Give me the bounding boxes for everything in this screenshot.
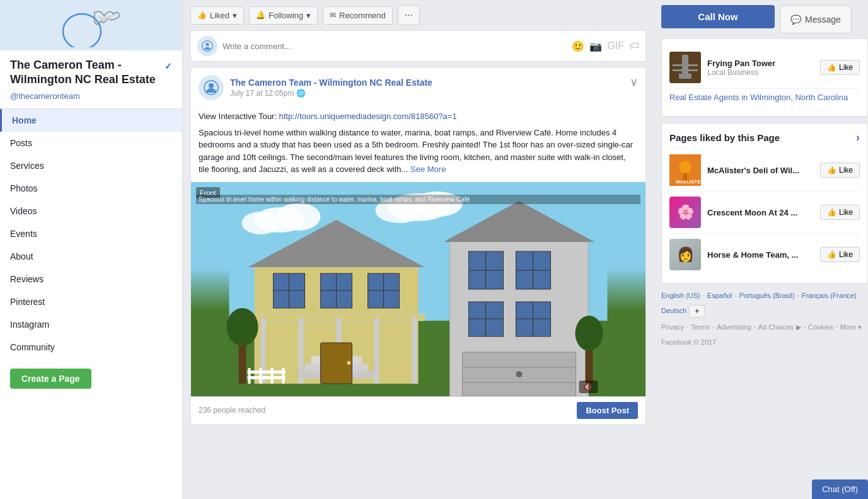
- message-button[interactable]: 💬 Message: [780, 5, 852, 33]
- post-image[interactable]: Front Spacious tri-level home within wal…: [191, 182, 645, 396]
- liked-button[interactable]: 👍 Liked ▾: [190, 6, 244, 25]
- post-options-button[interactable]: ∨: [630, 75, 638, 89]
- svg-rect-58: [260, 368, 262, 384]
- svg-rect-61: [248, 370, 286, 374]
- frying-pan-like-button[interactable]: 👍 Like: [820, 60, 860, 75]
- cookies-link[interactable]: Cookies: [808, 321, 833, 334]
- comment-input[interactable]: [223, 42, 567, 51]
- svg-point-71: [679, 161, 692, 173]
- emoji-icon[interactable]: 🙂: [572, 40, 584, 52]
- horse-home-info: Horse & Home Team, ...: [707, 250, 814, 260]
- svg-text:McALISTER'S: McALISTER'S: [676, 179, 701, 185]
- lang-deutsch[interactable]: Deutsch: [661, 305, 686, 318]
- svg-rect-59: [271, 368, 274, 384]
- sidebar-item-photos[interactable]: Photos: [0, 177, 182, 200]
- advertising-link[interactable]: Advertising: [717, 321, 751, 334]
- svg-rect-68: [673, 64, 698, 66]
- more-link[interactable]: More ▾: [840, 321, 862, 334]
- terms-link[interactable]: Terms: [691, 321, 710, 334]
- mcalisters-info: McAlister's Deli of Wil...: [707, 166, 814, 175]
- post-author-name[interactable]: The Cameron Team - Wilmington NC Real Es…: [230, 77, 432, 88]
- sticker-icon[interactable]: 🏷: [629, 40, 639, 52]
- thumbs-up-icon: 👍: [827, 166, 836, 175]
- more-options-button[interactable]: ···: [398, 5, 420, 25]
- image-sublabel: Spacious tri-level home within walking d…: [196, 195, 640, 204]
- frying-pan-item: Frying Pan Tower Local Business 👍 Like: [669, 47, 860, 89]
- page-title: The Cameron Team - Wilmington NC Real Es…: [0, 50, 182, 90]
- post-link[interactable]: http://tours.uniquemediadesign.com/81856…: [279, 112, 456, 121]
- agent-link[interactable]: Real Estate Agents in Wilmington, North …: [669, 93, 860, 102]
- chat-toggle[interactable]: Chat (Off): [812, 479, 868, 499]
- sidebar-item-instagram[interactable]: Instagram: [0, 313, 182, 336]
- footer-languages: English (US) · Español · Português (Bras…: [661, 290, 868, 318]
- horse-home-like-button[interactable]: 👍 Like: [820, 247, 860, 262]
- chevron-down-icon: ▾: [306, 11, 311, 20]
- lang-espanol[interactable]: Español: [707, 290, 732, 302]
- post-meta: July 17 at 12:05pm 🌐: [230, 89, 432, 98]
- comment-emoji-tools: 🙂 📷 GIF 🏷: [572, 40, 639, 52]
- ad-choices-icon: ▶: [796, 321, 801, 334]
- svg-point-4: [209, 83, 214, 88]
- sidebar-item-videos[interactable]: Videos: [0, 200, 182, 222]
- frying-pan-thumbnail: [669, 52, 701, 83]
- call-now-button[interactable]: Call Now: [661, 5, 775, 28]
- svg-point-34: [347, 361, 351, 365]
- page-logo: [0, 0, 182, 50]
- svg-point-54: [227, 308, 258, 346]
- main-content: 👍 Liked ▾ 🔔 Following ▾ ✉ Recommend ···: [183, 0, 654, 499]
- gif-icon[interactable]: GIF: [607, 40, 624, 52]
- crescent-moon-like-button[interactable]: 👍 Like: [820, 205, 860, 220]
- post-description: Spacious tri-level home within walking d…: [199, 127, 638, 176]
- thumbs-up-icon: 👍: [827, 208, 836, 217]
- globe-icon: 🌐: [296, 89, 306, 98]
- svg-rect-69: [673, 69, 698, 71]
- svg-rect-60: [282, 368, 285, 384]
- recommend-icon: ✉: [330, 11, 336, 20]
- sidebar-item-community[interactable]: Community: [0, 336, 182, 358]
- post-card: The Cameron Team - Wilmington NC Real Es…: [190, 67, 646, 425]
- svg-text:🔇: 🔇: [582, 382, 592, 391]
- sidebar-item-services[interactable]: Services: [0, 154, 182, 177]
- ad-choices-link[interactable]: Ad Choices: [758, 321, 794, 334]
- comment-avatar: [197, 36, 217, 56]
- svg-point-56: [576, 316, 603, 351]
- svg-point-2: [206, 43, 209, 46]
- crescent-moon-thumbnail: 🌸: [669, 197, 701, 228]
- following-button[interactable]: 🔔 Following ▾: [249, 6, 318, 25]
- lang-francais[interactable]: Français (France): [802, 290, 857, 302]
- reach-count: 236 people reached: [199, 406, 265, 415]
- sidebar-item-posts[interactable]: Posts: [0, 132, 182, 154]
- svg-point-8: [242, 212, 280, 234]
- verified-icon: ✓: [165, 60, 172, 72]
- sidebar-item-home[interactable]: Home: [0, 109, 182, 132]
- thumbs-up-icon: 👍: [827, 63, 836, 72]
- page-handle: @thecameronteam: [0, 90, 182, 108]
- left-sidebar: The Cameron Team - Wilmington NC Real Es…: [0, 0, 183, 499]
- recommend-button[interactable]: ✉ Recommend: [323, 6, 393, 25]
- post-body: View Interactive Tour: http://tours.uniq…: [191, 104, 645, 182]
- svg-rect-62: [248, 376, 286, 379]
- right-sidebar: Call Now 💬 Message Fry: [654, 0, 868, 499]
- svg-rect-57: [248, 368, 251, 384]
- thumbs-up-icon: 👍: [827, 250, 836, 259]
- create-page-button[interactable]: Create a Page: [10, 369, 91, 389]
- sidebar-item-pinterest[interactable]: Pinterest: [0, 290, 182, 313]
- lang-english[interactable]: English (US): [661, 290, 700, 302]
- lang-portugues[interactable]: Português (Brasil): [739, 290, 795, 302]
- footer: English (US) · Español · Português (Bras…: [661, 290, 868, 348]
- svg-point-7: [277, 203, 321, 231]
- boost-post-button[interactable]: Boost Post: [577, 402, 638, 419]
- frying-pan-widget: Frying Pan Tower Local Business 👍 Like R…: [661, 38, 868, 117]
- top-action-buttons: Call Now 💬 Message: [661, 0, 868, 38]
- privacy-link[interactable]: Privacy: [661, 321, 684, 334]
- camera-icon[interactable]: 📷: [589, 40, 602, 52]
- sidebar-item-reviews[interactable]: Reviews: [0, 268, 182, 290]
- pages-liked-arrow[interactable]: ›: [856, 131, 860, 144]
- see-more-button[interactable]: See More: [410, 164, 446, 174]
- sidebar-item-about[interactable]: About: [0, 245, 182, 268]
- list-item: McALISTER'S McAlister's Deli of Wil... 👍…: [669, 149, 860, 192]
- footer-more-button[interactable]: +: [689, 305, 705, 318]
- sidebar-item-events[interactable]: Events: [0, 222, 182, 245]
- mcalisters-like-button[interactable]: 👍 Like: [820, 163, 860, 178]
- sidebar-nav: Home Posts Services Photos Videos Events…: [0, 108, 182, 358]
